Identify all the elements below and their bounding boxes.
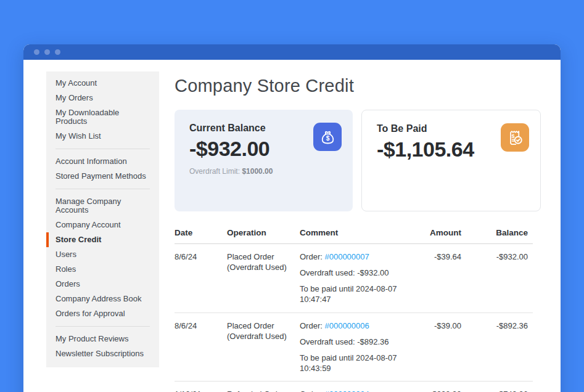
receipt-check-icon: $ [501, 123, 529, 152]
cell-balance: -$932.00 [466, 244, 533, 313]
order-link[interactable]: #000000007 [324, 252, 369, 261]
summary-cards: Current Balance -$932.00 Overdraft Limit… [175, 110, 541, 211]
table-column-header: Date [175, 226, 227, 244]
cell-date: 8/6/24 [175, 244, 227, 313]
table-column-header: Balance [466, 226, 533, 244]
sidebar-item[interactable]: My Account [46, 76, 159, 91]
browser-window: My AccountMy OrdersMy Downloadable Produ… [23, 44, 561, 392]
comment-line: Overdraft used: -$932.00 [300, 268, 411, 279]
comment-text: Order: [300, 321, 324, 330]
sidebar-group: Account InformationStored Payment Method… [46, 149, 159, 184]
sidebar-group-items: Manage Company AccountsCompany AccountSt… [46, 194, 159, 321]
cell-comment: Order: #000000007Overdraft used: -$932.0… [300, 244, 423, 313]
sidebar-item[interactable]: My Orders [46, 91, 159, 105]
money-bag-icon: $ [313, 123, 342, 151]
table-row: 8/6/24 Placed Order (Overdraft Used) Ord… [175, 312, 533, 382]
comment-line: Overdraft used: -$892.36 [300, 337, 411, 348]
cell-balance: -$749.36 [466, 382, 533, 392]
cell-comment: Order: #000000004 [300, 382, 423, 392]
sidebar-group-items: My Product ReviewsNewsletter Subscriptio… [46, 332, 159, 361]
cell-operation: Placed Order (Overdraft Used) [227, 244, 300, 313]
sidebar-item[interactable]: Users [46, 247, 159, 262]
sidebar-group: Manage Company AccountsCompany AccountSt… [46, 189, 159, 321]
cell-amount: -$39.00 [423, 312, 466, 382]
cell-date: 8/6/24 [175, 312, 227, 382]
comment-line: To be paid until 2024-08-07 10:43:59 [300, 353, 411, 374]
to-be-paid-card: To Be Paid -$1,105.64 $ [361, 110, 541, 211]
sidebar-item[interactable]: My Wish List [46, 129, 159, 144]
comment-line: Order: #000000004 [300, 390, 411, 392]
sidebar-group-items: My AccountMy OrdersMy Downloadable Produ… [46, 76, 159, 144]
window-titlebar[interactable] [23, 44, 561, 60]
svg-text:$: $ [512, 133, 515, 139]
sidebar-item[interactable]: Store Credit [46, 232, 159, 247]
sidebar-item[interactable]: Newsletter Subscriptions [46, 346, 159, 361]
cell-date: 1/13/21 [175, 382, 227, 392]
comment-text: To be paid until 2024-08-07 10:47:47 [300, 284, 397, 304]
sidebar-group: My AccountMy OrdersMy Downloadable Produ… [46, 76, 159, 144]
comment-text: Order: [300, 252, 324, 261]
current-balance-card: Current Balance -$932.00 Overdraft Limit… [175, 110, 353, 211]
comment-text: To be paid until 2024-08-07 10:43:59 [300, 353, 397, 373]
sidebar-group: My Product ReviewsNewsletter Subscriptio… [46, 326, 159, 361]
table-column-header: Amount [423, 226, 466, 244]
comment-line: Order: #000000006 [300, 321, 411, 332]
sidebar: My AccountMy OrdersMy Downloadable Produ… [46, 71, 159, 367]
sidebar-item[interactable]: Orders for Approval [46, 306, 159, 321]
window-dot[interactable] [34, 49, 39, 55]
comment-text: Overdraft used: -$892.36 [300, 337, 389, 346]
comment-lines: Order: #000000007Overdraft used: -$932.0… [300, 252, 411, 305]
sidebar-group-items: Account InformationStored Payment Method… [46, 154, 159, 184]
sidebar-item[interactable]: Stored Payment Methods [46, 169, 159, 184]
sidebar-item[interactable]: Roles [46, 262, 159, 277]
cell-amount: +$203.92 [423, 382, 466, 392]
comment-lines: Order: #000000004 [300, 390, 411, 392]
table-column-header: Operation [227, 226, 300, 244]
overdraft-limit-value: $1000.00 [242, 167, 273, 176]
table-row: 1/13/21 Refunded Order Order: #000000004… [175, 382, 533, 392]
cell-operation: Refunded Order [227, 382, 300, 392]
sidebar-item[interactable]: My Product Reviews [46, 332, 159, 346]
order-link[interactable]: #000000004 [324, 390, 369, 392]
comment-text: Order: [300, 390, 324, 392]
store-credit-table: DateOperationCommentAmountBalance 8/6/24… [175, 226, 533, 392]
comment-line: To be paid until 2024-08-07 10:47:47 [300, 284, 411, 305]
sidebar-item[interactable]: Account Information [46, 154, 159, 169]
svg-text:$: $ [326, 135, 329, 142]
page-content: My AccountMy OrdersMy Downloadable Produ… [23, 60, 561, 392]
table-header-row: DateOperationCommentAmountBalance [175, 226, 533, 244]
sidebar-item[interactable]: Company Account [46, 218, 159, 232]
overdraft-limit-label: Overdraft Limit: [189, 167, 240, 176]
comment-lines: Order: #000000006Overdraft used: -$892.3… [300, 321, 411, 374]
comment-line: Order: #000000007 [300, 252, 411, 263]
window-dot[interactable] [55, 49, 60, 55]
table-column-header: Comment [300, 226, 423, 244]
table-row: 8/6/24 Placed Order (Overdraft Used) Ord… [175, 244, 533, 313]
cell-amount: -$39.64 [423, 244, 466, 313]
cell-balance: -$892.36 [466, 312, 533, 382]
main-content: Company Store Credit Current Balance -$9… [159, 60, 561, 392]
cell-operation: Placed Order (Overdraft Used) [227, 312, 300, 382]
order-link[interactable]: #000000006 [324, 321, 369, 330]
overdraft-limit: Overdraft Limit: $1000.00 [189, 167, 338, 176]
window-dot[interactable] [44, 49, 50, 55]
comment-text: Overdraft used: -$932.00 [300, 268, 389, 277]
sidebar-item[interactable]: My Downloadable Products [46, 105, 159, 129]
page-title: Company Store Credit [175, 76, 541, 96]
sidebar-item[interactable]: Company Address Book [46, 292, 159, 306]
cell-comment: Order: #000000006Overdraft used: -$892.3… [300, 312, 423, 382]
sidebar-item[interactable]: Orders [46, 277, 159, 292]
sidebar-item[interactable]: Manage Company Accounts [46, 194, 159, 218]
